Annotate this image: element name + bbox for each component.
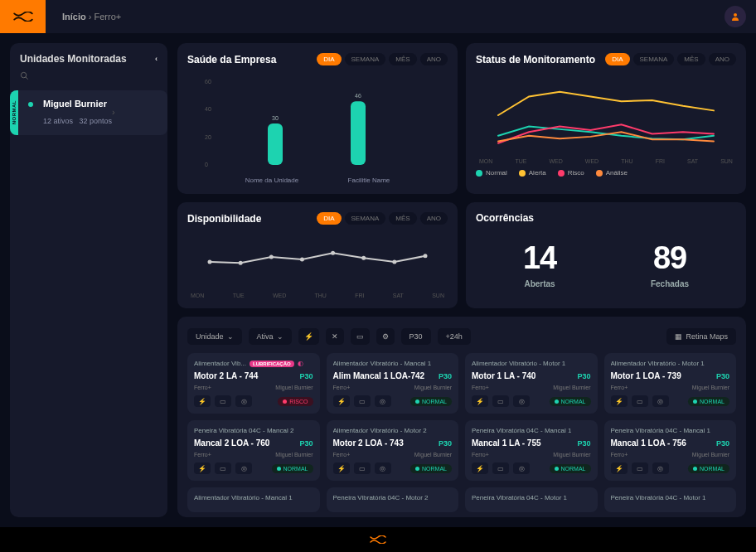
filter-tools-icon[interactable]: ✕ — [326, 328, 344, 345]
asset-card[interactable]: Peneira Vibratória 04C - Motor 1 — [465, 487, 598, 512]
status-pill: NORMAL — [550, 397, 591, 406]
chevron-down-icon: ⌄ — [227, 332, 234, 341]
signal-icon[interactable]: ◎ — [235, 462, 252, 474]
asset-card[interactable]: Alimentador Vib...LUBRIFICAÇÃO◐ Motor 2 … — [187, 353, 320, 414]
signal-icon[interactable]: ◎ — [235, 395, 252, 407]
signal-icon[interactable]: ◎ — [513, 462, 530, 474]
signal-icon[interactable]: ◎ — [375, 395, 391, 407]
asset-icons: ⚡ ▭ ◎ NORMAL — [333, 395, 453, 407]
asset-loc2: Miguel Burnier — [553, 385, 590, 390]
logo-icon — [13, 12, 33, 22]
breadcrumb-sep: › — [89, 12, 92, 22]
asset-top-label: Peneira Vibratória 04C - Motor 2 — [333, 494, 429, 501]
asset-loc1: Ferro+ — [472, 385, 489, 390]
pill-dia[interactable]: DIA — [317, 53, 341, 65]
battery-icon[interactable]: ▭ — [492, 462, 509, 474]
battery-icon[interactable]: ▭ — [354, 462, 371, 474]
pill-dia[interactable]: DIA — [317, 212, 341, 225]
legend-dot-icon — [519, 170, 526, 177]
signal-icon[interactable]: ◎ — [652, 462, 669, 474]
asset-metric: P30 — [577, 439, 590, 448]
pill-mes[interactable]: MÊS — [389, 53, 416, 65]
pill-dia[interactable]: DIA — [605, 53, 629, 65]
occ-abertas: 14 Abertas — [523, 240, 556, 288]
asset-metric: P30 — [439, 372, 452, 380]
signal-icon[interactable]: ◎ — [652, 395, 669, 407]
status-dot-icon — [415, 467, 419, 471]
asset-card[interactable]: Alimentador Vibratório - Motor 1 Motor 1… — [465, 353, 598, 414]
asset-card[interactable]: Peneira Vibratória 04C - Mancal 1 Mancal… — [604, 420, 737, 481]
filter-p30[interactable]: P30 — [401, 328, 431, 345]
bolt-icon[interactable]: ⚡ — [472, 462, 488, 474]
bolt-icon[interactable]: ⚡ — [611, 395, 628, 407]
pill-mes[interactable]: MÊS — [389, 212, 416, 225]
pill-mes[interactable]: MÊS — [677, 53, 705, 65]
asset-loc2: Miguel Burnier — [414, 452, 452, 458]
bolt-icon[interactable]: ⚡ — [333, 462, 350, 474]
asset-card[interactable]: Peneira Vibratória 04C - Motor 1 — [604, 487, 737, 512]
pill-semana[interactable]: SEMANA — [345, 53, 386, 65]
battery-icon[interactable]: ▭ — [354, 395, 371, 407]
breadcrumb[interactable]: Início › Ferro+ — [62, 12, 121, 22]
battery-icon[interactable]: ▭ — [215, 395, 231, 407]
pill-ano[interactable]: ANO — [709, 53, 736, 65]
bolt-icon[interactable]: ⚡ — [611, 462, 628, 474]
retina-maps-button[interactable]: ▦ Retina Maps — [666, 328, 736, 345]
asset-top-label: Peneira Vibratória 04C - Motor 1 — [611, 494, 706, 501]
collapse-icon[interactable]: ‹ — [155, 55, 158, 63]
asset-loc2: Miguel Burnier — [414, 385, 452, 390]
signal-icon[interactable]: ◎ — [375, 462, 391, 474]
svg-point-18 — [424, 254, 428, 258]
bolt-icon[interactable]: ⚡ — [194, 395, 211, 407]
sidebar-search[interactable] — [10, 71, 167, 90]
battery-icon[interactable]: ▭ — [632, 462, 648, 474]
pill-ano[interactable]: ANO — [420, 212, 448, 225]
battery-icon[interactable]: ▭ — [632, 395, 648, 407]
pill-ano[interactable]: ANO — [420, 53, 448, 65]
asset-card[interactable]: Peneira Vibratória 04C - Mancal 2 Mancal… — [187, 420, 320, 481]
asset-top-label: Alimentador Vibratório - Motor 1 — [611, 360, 705, 367]
card-title: Ocorrências — [476, 212, 534, 224]
asset-card[interactable]: Alimentador Vibratório - Motor 1 Motor 1… — [604, 353, 737, 414]
status-dot-icon — [415, 399, 419, 404]
asset-card[interactable]: Alimentador Vibratório - Mancal 1 — [187, 487, 320, 512]
breadcrumb-current[interactable]: Ferro+ — [94, 12, 122, 22]
pill-semana[interactable]: SEMANA — [633, 53, 675, 65]
filter-unidade[interactable]: Unidade ⌄ — [187, 328, 242, 345]
legend-dot-icon — [596, 170, 603, 177]
unit-card[interactable]: NORMAL Miguel Burnier 12 ativos 32 ponto… — [10, 90, 167, 135]
svg-point-15 — [331, 251, 335, 255]
filter-24h[interactable]: +24h — [438, 328, 471, 345]
status-dot-icon — [283, 399, 287, 404]
battery-icon[interactable]: ▭ — [492, 395, 509, 407]
filter-ativa[interactable]: Ativa ⌄ — [249, 328, 292, 345]
status-pill: NORMAL — [550, 464, 591, 473]
asset-icons: ⚡ ▭ ◎ NORMAL — [611, 395, 730, 407]
line-chart-disp — [187, 233, 448, 291]
filter-bolt-icon[interactable]: ⚡ — [298, 328, 319, 345]
asset-card[interactable]: Alimentador Vibratório - Motor 2 Motor 2… — [327, 420, 459, 481]
avatar[interactable] — [724, 6, 746, 27]
bolt-icon[interactable]: ⚡ — [333, 395, 350, 407]
x-axis: MONTUEWEDWEDTHUFRISATSUN — [476, 158, 736, 164]
asset-icons: ⚡ ▭ ◎ NORMAL — [194, 462, 313, 474]
bolt-icon[interactable]: ⚡ — [194, 462, 211, 474]
bolt-icon[interactable]: ⚡ — [472, 395, 488, 407]
asset-card[interactable]: Alimentador Vibratório - Mancal 1 Alim M… — [327, 353, 459, 414]
asset-card[interactable]: Peneira Vibratória 04C - Mancal 1 Mancal… — [465, 420, 598, 481]
filter-battery-icon[interactable]: ▭ — [351, 328, 370, 345]
asset-name: Motor 1 LOA - 739 — [611, 371, 681, 380]
asset-top-label: Peneira Vibratória 04C - Motor 1 — [472, 494, 567, 501]
occ-fechadas-num: 89 — [651, 240, 689, 276]
unit-stats: 12 ativos 32 pontos — [43, 117, 112, 125]
battery-icon[interactable]: ▭ — [215, 462, 231, 474]
asset-card[interactable]: Peneira Vibratória 04C - Motor 2 — [327, 487, 459, 512]
asset-metric: P30 — [299, 439, 313, 448]
filter-gear-icon[interactable]: ⚙ — [376, 328, 395, 345]
asset-icons: ⚡ ▭ ◎ NORMAL — [472, 462, 591, 474]
breadcrumb-root[interactable]: Início — [62, 12, 86, 22]
pill-semana[interactable]: SEMANA — [345, 212, 386, 225]
status-pill: NORMAL — [688, 464, 729, 473]
logo[interactable] — [0, 0, 46, 33]
signal-icon[interactable]: ◎ — [513, 395, 530, 407]
